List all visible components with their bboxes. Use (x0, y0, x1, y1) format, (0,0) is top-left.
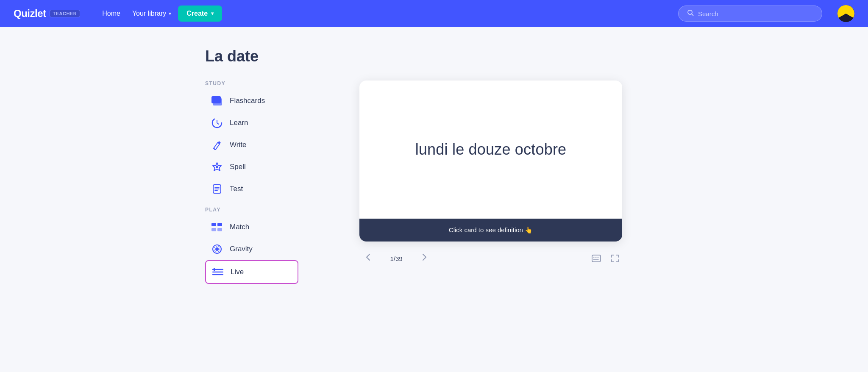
match-icon (210, 220, 224, 234)
main-content: La date STUDY Flashcards (180, 27, 688, 304)
sidebar-item-live[interactable]: Live (205, 260, 298, 284)
learn-label: Learn (230, 119, 248, 127)
sidebar: STUDY Flashcards Learn (205, 81, 298, 284)
search-icon (687, 9, 694, 18)
svg-rect-13 (217, 223, 222, 226)
flashcard-controls: 1/39 (359, 250, 622, 267)
svg-rect-14 (211, 228, 216, 231)
svg-rect-3 (211, 96, 221, 103)
gravity-icon (210, 242, 224, 256)
flashcard-footer[interactable]: Click card to see definition 👆 (359, 219, 622, 242)
flashcard-footer-text: Click card to see definition 👆 (449, 226, 533, 234)
match-label: Match (230, 223, 249, 231)
test-icon (210, 182, 224, 196)
nav-home[interactable]: Home (97, 6, 125, 21)
sidebar-item-gravity[interactable]: Gravity (205, 238, 298, 260)
card-counter: 1/39 (386, 255, 407, 262)
flashcards-icon (210, 94, 224, 108)
keyboard-shortcut-button[interactable] (589, 251, 604, 266)
test-label: Test (230, 185, 243, 193)
play-section-label: PLAY (205, 207, 298, 213)
write-label: Write (230, 141, 246, 149)
flashcard-term: lundi le douze octobre (415, 141, 567, 158)
live-icon (211, 265, 225, 279)
svg-rect-12 (211, 223, 216, 226)
navbar: Quizlet TEACHER Home Your library ▾ Crea… (0, 0, 868, 27)
sidebar-item-spell[interactable]: Spell (205, 156, 298, 178)
learn-icon (210, 116, 224, 130)
teacher-badge: TEACHER (50, 10, 81, 17)
library-chevron-icon: ▾ (169, 11, 171, 17)
svg-point-7 (216, 166, 218, 168)
avatar[interactable] (837, 5, 854, 22)
nav-links: Home Your library ▾ Create ▾ (97, 6, 222, 22)
flashcard-body: lundi le douze octobre (359, 81, 622, 219)
search-placeholder: Search (698, 10, 718, 17)
sidebar-item-learn[interactable]: Learn (205, 112, 298, 134)
create-chevron-icon: ▾ (211, 11, 214, 17)
gravity-label: Gravity (230, 245, 253, 253)
study-section-label: STUDY (205, 81, 298, 86)
svg-rect-15 (217, 228, 222, 231)
svg-rect-22 (592, 255, 601, 262)
sidebar-item-write[interactable]: Write (205, 134, 298, 156)
sidebar-item-match[interactable]: Match (205, 216, 298, 238)
content-layout: STUDY Flashcards Learn (205, 81, 663, 284)
svg-point-17 (215, 247, 219, 251)
live-label: Live (231, 268, 244, 276)
next-card-button[interactable] (415, 250, 433, 267)
page-title: La date (205, 47, 663, 65)
create-button[interactable]: Create ▾ (178, 6, 222, 22)
nav-library[interactable]: Your library ▾ (127, 6, 176, 21)
spell-icon (210, 160, 224, 174)
prev-card-button[interactable] (359, 250, 377, 267)
sidebar-item-test[interactable]: Test (205, 178, 298, 200)
svg-line-1 (692, 14, 693, 16)
search-bar[interactable]: Search (678, 6, 822, 22)
flashcards-label: Flashcards (230, 97, 265, 105)
flashcard-area: lundi le douze octobre Click card to see… (319, 81, 663, 267)
flashcard[interactable]: lundi le douze octobre Click card to see… (359, 81, 622, 242)
brand: Quizlet TEACHER (14, 8, 80, 19)
write-icon (210, 138, 224, 152)
spell-label: Spell (230, 163, 246, 171)
fullscreen-button[interactable] (608, 251, 622, 266)
quizlet-logo[interactable]: Quizlet (14, 8, 46, 19)
ctrl-right-btns (589, 251, 622, 266)
sidebar-item-flashcards[interactable]: Flashcards (205, 90, 298, 112)
